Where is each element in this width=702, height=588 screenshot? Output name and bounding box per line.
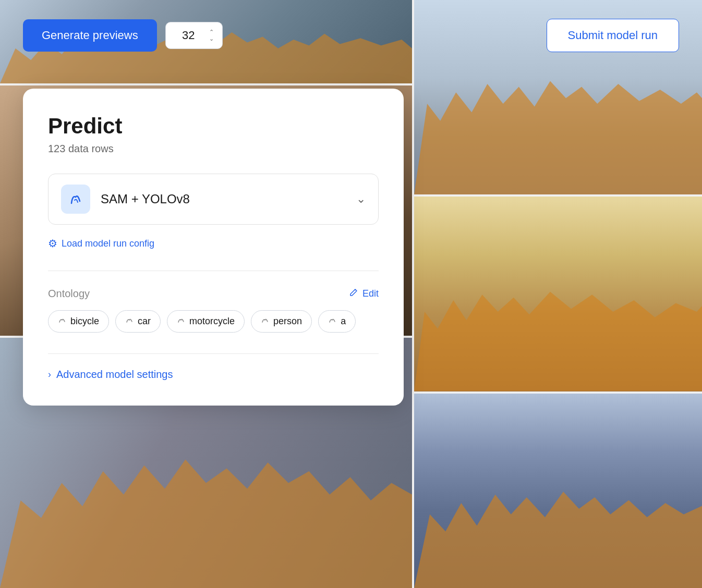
predict-modal: Predict 123 data rows SAM + YOLOv8 ⌄ ⚙ L… [23, 89, 404, 406]
class-tags: bicycle car motorcycle [48, 310, 379, 333]
load-config-label: Load model run config [62, 238, 154, 249]
svg-marker-8 [414, 492, 702, 588]
class-tag-car[interactable]: car [115, 310, 161, 333]
edit-icon [349, 288, 358, 300]
submit-model-run-button[interactable]: Submit model run [547, 19, 679, 52]
class-tag-a[interactable]: a [318, 310, 356, 333]
model-name: SAM + YOLOv8 [101, 192, 346, 206]
advanced-settings-label: Advanced model settings [56, 369, 173, 381]
spinner-arrows[interactable]: ⌃ ⌄ [209, 29, 214, 42]
bg-photo-r2 [414, 197, 702, 391]
tag-icon-person [261, 316, 269, 327]
spinner-value: 32 [174, 29, 203, 42]
svg-marker-7 [414, 292, 702, 391]
edit-link[interactable]: Edit [349, 288, 379, 300]
arrow-down-icon[interactable]: ⌄ [209, 36, 214, 42]
bg-photo-r3 [414, 394, 702, 588]
toolbar: Generate previews 32 ⌃ ⌄ Submit model ru… [0, 0, 702, 70]
modal-subtitle: 123 data rows [48, 143, 379, 155]
modal-title: Predict [48, 114, 379, 139]
tag-icon-bicycle [58, 316, 66, 327]
class-tag-a-label: a [341, 316, 346, 327]
generate-previews-button[interactable]: Generate previews [23, 19, 157, 52]
svg-marker-6 [414, 81, 702, 195]
load-config-link[interactable]: ⚙ Load model run config [48, 237, 379, 250]
divider-1 [48, 271, 379, 271]
class-tag-person-label: person [273, 316, 302, 327]
config-icon: ⚙ [48, 237, 57, 250]
chevron-right-icon: › [48, 369, 51, 380]
class-tag-car-label: car [138, 316, 151, 327]
edit-label: Edit [362, 288, 379, 299]
class-tag-bicycle-label: bicycle [70, 316, 99, 327]
arrow-up-icon[interactable]: ⌃ [209, 29, 214, 35]
tag-icon-motorcycle [177, 316, 185, 327]
ontology-label: Ontology [48, 288, 90, 300]
class-tag-bicycle[interactable]: bicycle [48, 310, 109, 333]
model-selector[interactable]: SAM + YOLOv8 ⌄ [48, 174, 379, 225]
class-tag-motorcycle[interactable]: motorcycle [167, 310, 245, 333]
class-tag-person[interactable]: person [251, 310, 312, 333]
class-tag-motorcycle-label: motorcycle [189, 316, 235, 327]
spinner-input[interactable]: 32 ⌃ ⌄ [165, 22, 223, 49]
ontology-header: Ontology Edit [48, 288, 379, 300]
tag-icon-a [328, 316, 336, 327]
bg-right-column [414, 0, 702, 588]
model-icon [61, 185, 90, 214]
chevron-down-icon: ⌄ [356, 192, 366, 206]
divider-2 [48, 353, 379, 354]
tag-icon-car [125, 316, 134, 327]
svg-marker-5 [0, 460, 412, 588]
advanced-settings-link[interactable]: › Advanced model settings [48, 369, 379, 381]
